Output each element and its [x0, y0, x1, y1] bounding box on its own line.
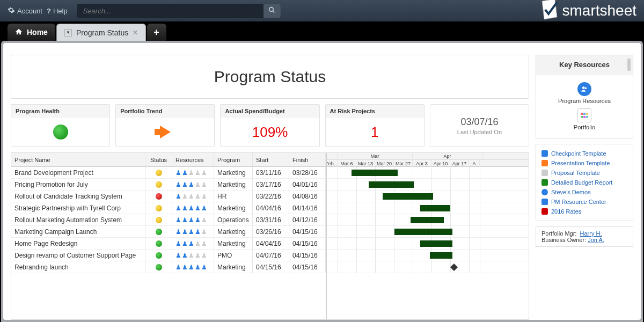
- tab-home[interactable]: Home: [8, 24, 55, 41]
- account-link[interactable]: Account: [8, 6, 42, 16]
- person-icon: ♟: [195, 216, 201, 224]
- cell-program: Marketing: [214, 167, 253, 178]
- table-grid: Project Name Status Resources Program St…: [11, 153, 327, 319]
- cell-start: 03/22/16: [253, 191, 289, 202]
- search-button[interactable]: [264, 4, 281, 18]
- gantt-body: [327, 167, 529, 273]
- person-icon: ♟: [201, 240, 207, 247]
- search-box: [77, 4, 281, 18]
- close-icon[interactable]: ×: [133, 28, 137, 38]
- cell-name: Design revamp of Customer Support Page: [11, 250, 145, 261]
- table-row[interactable]: Marketing Campaign Launch♟♟♟♟♟Marketing0…: [11, 226, 326, 238]
- col-header-name[interactable]: Project Name: [11, 153, 145, 166]
- cell-resources: ♟♟♟♟♟: [172, 238, 214, 249]
- cell-name: Pricing Promotion for July: [11, 179, 145, 190]
- svg-rect-7: [581, 116, 583, 118]
- person-icon: ♟: [195, 252, 201, 259]
- business-owner-link[interactable]: Jon A.: [588, 237, 604, 243]
- resource-link[interactable]: Presentation Template: [541, 158, 627, 168]
- search-icon: [268, 6, 275, 16]
- people-icon: [577, 82, 591, 96]
- person-icon: ♟: [188, 228, 194, 236]
- cell-status: [145, 214, 172, 225]
- key-resources-card: Key Resources Program Resources: [536, 55, 633, 138]
- cell-resources: ♟♟♟♟♟: [172, 214, 214, 225]
- table-row[interactable]: Pricing Promotion for July♟♟♟♟♟Marketing…: [11, 179, 326, 191]
- col-header-status[interactable]: Status: [145, 153, 172, 166]
- cell-program: Operations: [214, 214, 253, 225]
- gantt-bar[interactable]: [420, 205, 450, 211]
- person-icon: ♟: [195, 169, 201, 177]
- table-row[interactable]: Rebranding launch♟♟♟♟♟Marketing04/15/160…: [11, 261, 326, 273]
- table-row[interactable]: Strategic Partnership with Tyrell Corp♟♟…: [11, 202, 326, 214]
- cell-name: Brand Development Project: [11, 167, 145, 178]
- gantt-bar[interactable]: [420, 240, 452, 247]
- status-green-icon: [156, 252, 162, 259]
- resource-link[interactable]: Checkpoint Template: [541, 149, 627, 158]
- person-icon: ♟: [175, 193, 181, 200]
- gantt-bar[interactable]: [352, 170, 398, 176]
- help-link[interactable]: ? Help: [47, 7, 68, 15]
- svg-rect-4: [581, 113, 583, 115]
- status-green-icon: [156, 264, 162, 270]
- svg-point-0: [269, 8, 274, 12]
- person-icon: ♟: [201, 193, 207, 200]
- col-header-finish[interactable]: Finish: [289, 153, 326, 166]
- gantt-bar[interactable]: [430, 252, 452, 259]
- chevron-down-icon[interactable]: ▼: [64, 29, 72, 36]
- file-icon: [541, 170, 548, 176]
- resource-link[interactable]: 2016 Rates: [541, 207, 627, 216]
- gantt-bar[interactable]: [411, 217, 444, 223]
- resource-link[interactable]: PM Resource Center: [541, 197, 627, 207]
- gantt-bar[interactable]: [394, 229, 452, 235]
- gantt-row: [327, 167, 529, 179]
- col-header-program[interactable]: Program: [214, 153, 253, 166]
- cell-resources: ♟♟♟♟♟: [172, 167, 214, 178]
- cell-name: Home Page Redesign: [11, 238, 145, 249]
- svg-point-2: [582, 86, 585, 89]
- gantt-month: Apr: [413, 153, 482, 159]
- portfolio-mgr-link[interactable]: Harry H.: [580, 230, 602, 237]
- cell-name: Strategic Partnership with Tyrell Corp: [11, 202, 145, 214]
- resource-link[interactable]: Detailed Budget Report: [541, 178, 627, 187]
- scrollbar[interactable]: [627, 58, 631, 71]
- cell-program: HR: [214, 191, 253, 202]
- table-row[interactable]: Design revamp of Customer Support Page♟♟…: [11, 250, 326, 261]
- cell-resources: ♟♟♟♟♟: [172, 179, 214, 190]
- portfolio-link[interactable]: Portfolio: [574, 108, 595, 130]
- cell-status: [145, 191, 172, 202]
- table-row[interactable]: Rollout Marketing Automation System♟♟♟♟♟…: [11, 214, 326, 226]
- table-row[interactable]: Home Page Redesign♟♟♟♟♟Marketing04/04/16…: [11, 238, 326, 250]
- resource-link[interactable]: Steve's Demos: [541, 187, 627, 197]
- tab-add[interactable]: +: [147, 24, 166, 41]
- key-resources-title: Key Resources: [536, 55, 633, 75]
- person-icon: ♟: [201, 228, 207, 236]
- program-resources-link[interactable]: Program Resources: [558, 82, 611, 104]
- cell-resources: ♟♟♟♟♟: [172, 226, 214, 237]
- table-row[interactable]: Brand Development Project♟♟♟♟♟Marketing0…: [11, 167, 326, 179]
- cell-finish: 04/01/16: [289, 179, 326, 190]
- table-body: Brand Development Project♟♟♟♟♟Marketing0…: [11, 167, 326, 273]
- person-icon: ♟: [175, 169, 181, 177]
- person-icon: ♟: [175, 181, 181, 188]
- table-row[interactable]: Rollout of Candidate Tracking System♟♟♟♟…: [11, 191, 326, 202]
- cell-resources: ♟♟♟♟♟: [172, 261, 214, 273]
- logo-icon: [540, 0, 559, 24]
- tab-program-status[interactable]: ▼ Program Status ×: [56, 24, 146, 41]
- search-input[interactable]: [78, 7, 264, 15]
- col-header-resources[interactable]: Resources: [172, 153, 214, 166]
- col-header-start[interactable]: Start: [253, 153, 289, 166]
- person-icon: ♟: [201, 252, 207, 259]
- gantt-week: Apr 3: [413, 160, 431, 167]
- status-green-icon: [156, 229, 162, 235]
- resource-link[interactable]: Proposal Template: [541, 168, 627, 178]
- person-icon: ♟: [188, 193, 194, 200]
- help-icon: ?: [47, 7, 51, 15]
- gantt-bar[interactable]: [369, 181, 414, 188]
- svg-rect-9: [586, 116, 588, 118]
- person-icon: ♟: [201, 264, 207, 271]
- gantt-bar[interactable]: [383, 193, 433, 200]
- file-icon: [541, 208, 548, 215]
- cell-program: Marketing: [214, 226, 253, 237]
- person-icon: ♟: [182, 181, 188, 188]
